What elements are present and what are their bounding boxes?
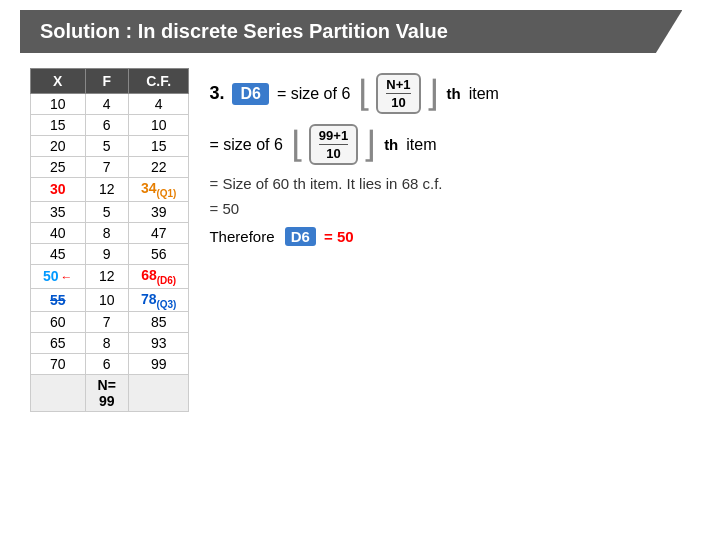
table-row: 60785 bbox=[31, 312, 189, 333]
cell-f: 8 bbox=[85, 333, 128, 354]
table-row: 25722 bbox=[31, 157, 189, 178]
table-row: 50←1268(D6) bbox=[31, 264, 189, 288]
table-row: 40847 bbox=[31, 222, 189, 243]
th-text-2: th bbox=[384, 136, 398, 153]
cell-x: 30 bbox=[31, 178, 86, 202]
col-header-cf: C.F. bbox=[128, 69, 189, 94]
bracket-left-1: ⌊ bbox=[358, 76, 372, 112]
table-row: 45956 bbox=[31, 243, 189, 264]
cell-x: 40 bbox=[31, 222, 86, 243]
col-header-f: F bbox=[85, 69, 128, 94]
step-number: 3. bbox=[209, 83, 224, 104]
cell-cf: 47 bbox=[128, 222, 189, 243]
cell-x: 35 bbox=[31, 201, 86, 222]
cell-f: 12 bbox=[85, 264, 128, 288]
bracket-wrap-1: ⌊ N+1 10 ⌋ bbox=[358, 73, 438, 114]
cell-cf: 10 bbox=[128, 115, 189, 136]
fraction1-top: N+1 bbox=[386, 77, 410, 94]
cell-x: 70 bbox=[31, 354, 86, 375]
cell-f: 10 bbox=[85, 288, 128, 312]
d6-label: D6 bbox=[232, 83, 268, 105]
cell-x: 65 bbox=[31, 333, 86, 354]
total-x bbox=[31, 375, 86, 412]
cell-f: 7 bbox=[85, 312, 128, 333]
fraction-2: 99+1 10 bbox=[309, 124, 358, 165]
equals-text-2: = size of 6 bbox=[209, 136, 282, 154]
table-row: 35539 bbox=[31, 201, 189, 222]
cell-cf: 78(Q3) bbox=[128, 288, 189, 312]
total-cf bbox=[128, 375, 189, 412]
result-line-2: = 50 bbox=[209, 200, 690, 217]
cell-cf: 39 bbox=[128, 201, 189, 222]
cell-cf: 34(Q1) bbox=[128, 178, 189, 202]
cell-f: 7 bbox=[85, 157, 128, 178]
cell-cf: 15 bbox=[128, 136, 189, 157]
cell-x: 25 bbox=[31, 157, 86, 178]
therefore-prefix: Therefore bbox=[209, 228, 274, 245]
result-line-1: = Size of 60 th item. It lies in 68 c.f. bbox=[209, 175, 690, 192]
therefore-d6: D6 bbox=[285, 227, 316, 246]
fraction-1: N+1 10 bbox=[376, 73, 420, 114]
cell-cf: 68(D6) bbox=[128, 264, 189, 288]
cell-f: 6 bbox=[85, 115, 128, 136]
step3-line2: = size of 6 ⌊ 99+1 10 ⌋ th item bbox=[209, 124, 690, 165]
step3-line1: 3. D6 = size of 6 ⌊ N+1 10 ⌋ th item bbox=[209, 73, 690, 114]
cell-x: 10 bbox=[31, 94, 86, 115]
fraction1-bottom: 10 bbox=[391, 94, 405, 110]
cell-f: 6 bbox=[85, 354, 128, 375]
table-row: 15610 bbox=[31, 115, 189, 136]
table-row: 65893 bbox=[31, 333, 189, 354]
header-title: Solution : In discrete Series Partition … bbox=[40, 20, 448, 42]
solution-content: 3. D6 = size of 6 ⌊ N+1 10 ⌋ th item = s… bbox=[209, 68, 690, 412]
bracket-left-2: ⌊ bbox=[291, 127, 305, 163]
table-row: 70699 bbox=[31, 354, 189, 375]
cell-cf: 93 bbox=[128, 333, 189, 354]
equals-text-1: = size of 6 bbox=[277, 85, 350, 103]
table-row: 551078(Q3) bbox=[31, 288, 189, 312]
bracket-right-1: ⌋ bbox=[425, 76, 439, 112]
total-f: N=99 bbox=[85, 375, 128, 412]
cell-x: 50← bbox=[31, 264, 86, 288]
therefore-line: Therefore D6 = 50 bbox=[209, 227, 690, 246]
cell-x: 55 bbox=[31, 288, 86, 312]
cell-cf: 4 bbox=[128, 94, 189, 115]
bracket-right-2: ⌋ bbox=[362, 127, 376, 163]
item-text-1: item bbox=[469, 85, 499, 103]
cell-x: 60 bbox=[31, 312, 86, 333]
therefore-result: = 50 bbox=[324, 228, 354, 245]
table-row: 20515 bbox=[31, 136, 189, 157]
cell-f: 5 bbox=[85, 201, 128, 222]
bracket-wrap-2: ⌊ 99+1 10 ⌋ bbox=[291, 124, 376, 165]
cell-cf: 85 bbox=[128, 312, 189, 333]
fraction2-bottom: 10 bbox=[326, 145, 340, 161]
cell-x: 45 bbox=[31, 243, 86, 264]
col-header-x: X bbox=[31, 69, 86, 94]
table-total-row: N=99 bbox=[31, 375, 189, 412]
cell-cf: 99 bbox=[128, 354, 189, 375]
th-text-1: th bbox=[447, 85, 461, 102]
cell-x: 20 bbox=[31, 136, 86, 157]
data-table: X F C.F. 1044156102051525722301234(Q1)35… bbox=[30, 68, 189, 412]
cell-f: 4 bbox=[85, 94, 128, 115]
cell-f: 12 bbox=[85, 178, 128, 202]
cell-f: 9 bbox=[85, 243, 128, 264]
cell-f: 5 bbox=[85, 136, 128, 157]
cell-f: 8 bbox=[85, 222, 128, 243]
cell-cf: 22 bbox=[128, 157, 189, 178]
table-row: 301234(Q1) bbox=[31, 178, 189, 202]
table-row: 1044 bbox=[31, 94, 189, 115]
header-banner: Solution : In discrete Series Partition … bbox=[20, 10, 682, 53]
fraction2-top: 99+1 bbox=[319, 128, 348, 145]
item-text-2: item bbox=[406, 136, 436, 154]
cell-cf: 56 bbox=[128, 243, 189, 264]
cell-x: 15 bbox=[31, 115, 86, 136]
